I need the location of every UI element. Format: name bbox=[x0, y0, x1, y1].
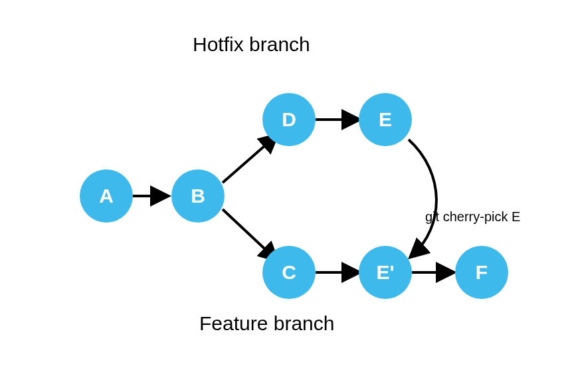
cherry-pick-label: git cherry-pick E bbox=[425, 209, 520, 225]
commit-node-c: C bbox=[262, 246, 316, 299]
feature-branch-label: Feature branch bbox=[199, 312, 334, 335]
git-cherry-pick-diagram: Hotfix branch A B D E C E' F git cherry-… bbox=[0, 0, 572, 392]
edge-cherry-pick bbox=[409, 140, 436, 256]
edge-b-c bbox=[223, 209, 276, 259]
commit-node-b: B bbox=[171, 169, 225, 223]
commit-node-d: D bbox=[262, 93, 316, 146]
commit-node-eprime: E' bbox=[359, 246, 412, 299]
commit-node-f: F bbox=[455, 246, 508, 299]
commit-node-a: A bbox=[80, 169, 133, 223]
commit-node-e: E bbox=[359, 93, 412, 146]
edge-b-d bbox=[223, 136, 276, 183]
hotfix-branch-label: Hotfix branch bbox=[193, 33, 310, 56]
